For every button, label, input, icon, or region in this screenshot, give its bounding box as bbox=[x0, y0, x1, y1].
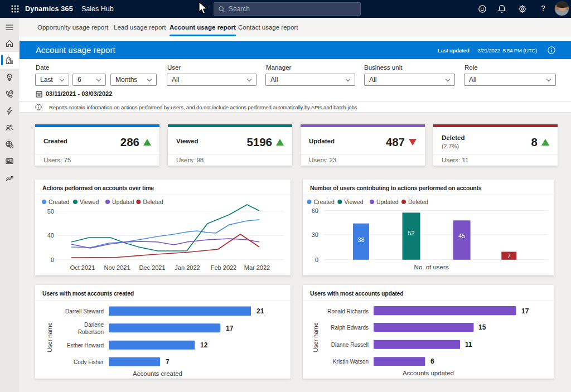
svg-text:User name: User name bbox=[46, 322, 53, 352]
svg-text:Esther Howard: Esther Howard bbox=[67, 342, 104, 349]
svg-text:Darrell Steward: Darrell Steward bbox=[65, 308, 104, 314]
svg-text:Created: Created bbox=[314, 199, 335, 205]
svg-text:Created: Created bbox=[49, 199, 70, 205]
svg-text:Dec 2021: Dec 2021 bbox=[139, 264, 165, 271]
svg-text:Viewed: Viewed bbox=[80, 199, 99, 205]
svg-text:Deleted: Deleted bbox=[143, 199, 163, 205]
svg-text:17: 17 bbox=[521, 307, 529, 315]
svg-text:52: 52 bbox=[408, 230, 414, 236]
svg-text:30: 30 bbox=[312, 231, 318, 238]
svg-text:7: 7 bbox=[166, 358, 170, 366]
svg-text:Ronald Richards: Ronald Richards bbox=[327, 308, 369, 314]
svg-text:Oct 2021: Oct 2021 bbox=[70, 264, 95, 271]
svg-text:50: 50 bbox=[47, 208, 54, 215]
svg-text:38: 38 bbox=[357, 236, 364, 243]
svg-text:Updated: Updated bbox=[376, 199, 399, 205]
svg-text:Nov 2021: Nov 2021 bbox=[104, 264, 130, 271]
svg-text:17: 17 bbox=[226, 325, 234, 332]
svg-text:6: 6 bbox=[430, 357, 434, 365]
svg-text:Kristin Watson: Kristin Watson bbox=[333, 359, 369, 365]
svg-text:Accounts created: Accounts created bbox=[133, 370, 182, 377]
svg-text:11: 11 bbox=[465, 341, 472, 349]
svg-text:Jan 2022: Jan 2022 bbox=[175, 264, 200, 271]
svg-text:Darlene: Darlene bbox=[84, 322, 104, 328]
svg-text:21: 21 bbox=[257, 307, 264, 315]
svg-text:Robertson: Robertson bbox=[78, 329, 104, 335]
svg-text:0: 0 bbox=[51, 257, 54, 263]
svg-text:No. of users: No. of users bbox=[414, 264, 449, 270]
svg-text:Updated: Updated bbox=[112, 199, 134, 205]
svg-text:Dianne Russell: Dianne Russell bbox=[331, 342, 369, 348]
svg-text:15: 15 bbox=[478, 323, 486, 331]
svg-text:User name: User name bbox=[312, 322, 319, 352]
svg-text:12: 12 bbox=[200, 341, 208, 349]
svg-text:Mar 2022: Mar 2022 bbox=[244, 264, 270, 271]
svg-text:Viewed: Viewed bbox=[344, 199, 363, 205]
svg-text:Feb 2022: Feb 2022 bbox=[211, 264, 236, 271]
svg-text:45: 45 bbox=[458, 233, 465, 239]
svg-text:Accounts updated: Accounts updated bbox=[403, 370, 454, 376]
svg-text:Deleted: Deleted bbox=[408, 199, 428, 205]
svg-text:0: 0 bbox=[315, 257, 318, 263]
svg-text:7: 7 bbox=[507, 253, 511, 259]
svg-text:Cody Fisher: Cody Fisher bbox=[74, 359, 104, 365]
svg-text:Ralph Edwards: Ralph Edwards bbox=[331, 325, 369, 331]
svg-text:40: 40 bbox=[47, 232, 54, 239]
svg-text:60: 60 bbox=[312, 207, 318, 214]
